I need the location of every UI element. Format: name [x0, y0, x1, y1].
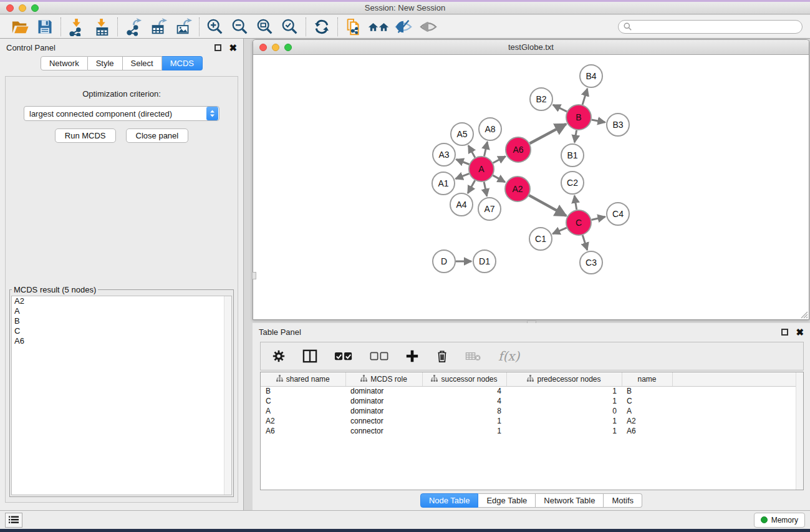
float-table-panel-icon[interactable] [781, 329, 788, 336]
hide-details-button[interactable] [391, 16, 416, 37]
float-panel-icon[interactable] [215, 44, 221, 51]
split-view-button[interactable] [302, 349, 317, 363]
network-canvas[interactable]: AA1A2A3A4A5A6A7A8BB1B2B3B4CC1C2C3C4DD1 [253, 56, 809, 319]
cell: A6 [622, 426, 672, 436]
select-all-rows-button[interactable] [334, 352, 353, 361]
table-settings-button[interactable] [272, 349, 286, 363]
memory-button[interactable]: Memory [754, 513, 805, 528]
edge-A-A8[interactable] [484, 142, 487, 157]
search-field[interactable] [618, 20, 803, 34]
import-table-button[interactable] [89, 16, 114, 37]
show-details-button[interactable] [416, 16, 441, 37]
delete-column-button[interactable] [436, 349, 448, 363]
edge-A-A5[interactable] [468, 145, 475, 157]
edge-C-C2[interactable] [574, 196, 577, 210]
tab-network[interactable]: Network [41, 56, 88, 70]
node-label-A2: A2 [512, 184, 523, 194]
tab-style[interactable]: Style [88, 56, 123, 70]
column-header-shared-name[interactable]: shared name [261, 372, 345, 386]
edge-A-A6[interactable] [493, 157, 506, 163]
column-header-successor-nodes[interactable]: successor nodes [422, 372, 506, 386]
edge-B-B2[interactable] [553, 105, 567, 112]
result-scrollbar[interactable] [224, 296, 231, 495]
zoom-selected-button[interactable] [277, 16, 302, 37]
edge-A-A4[interactable] [468, 180, 475, 193]
table-row[interactable]: A6connector11A6 [261, 426, 803, 436]
zoom-fit-button[interactable] [253, 16, 277, 37]
edge-A-A2[interactable] [493, 175, 504, 182]
edge-B-B4[interactable] [582, 89, 587, 105]
clone-network-icon [344, 17, 363, 36]
criterion-select[interactable]: largest connected component (directed) [24, 106, 219, 121]
result-item[interactable]: A6 [12, 336, 231, 346]
edge-A6-B[interactable] [530, 124, 566, 143]
zoom-in-button[interactable] [203, 16, 228, 37]
table-tab-motifs[interactable]: Motifs [604, 493, 642, 508]
edge-B-B1[interactable] [574, 130, 576, 143]
export-table-button[interactable] [146, 16, 171, 37]
search-input[interactable] [635, 22, 797, 31]
column-header-predecessor-nodes[interactable]: predecessor nodes [506, 372, 622, 386]
table-tab-edge-table[interactable]: Edge Table [478, 493, 536, 508]
export-image-button[interactable] [171, 16, 196, 37]
control-tabs: NetworkStyleSelectMCDS [0, 56, 243, 70]
delete-table-button[interactable] [465, 351, 481, 361]
cell: 1 [422, 426, 506, 436]
resize-grip-icon[interactable] [799, 310, 808, 319]
open-file-button[interactable] [7, 16, 32, 37]
column-header-name[interactable]: name [622, 372, 672, 386]
clone-network-button[interactable] [341, 16, 366, 37]
edge-A2-C[interactable] [529, 195, 566, 216]
tree-icon [527, 375, 534, 384]
column-header-MCDS-role[interactable]: MCDS role [345, 372, 422, 386]
result-item[interactable]: A [12, 306, 231, 316]
run-mcds-button[interactable]: Run MCDS [55, 128, 116, 143]
tree-icon [431, 375, 438, 384]
table-tab-node-table[interactable]: Node Table [420, 493, 479, 508]
cell: B [622, 386, 672, 396]
network-view-window: testGlobe.txt AA1A2A3A4A5A6A7A8BB1B2B3B4… [253, 39, 809, 320]
edge-A-A7[interactable] [484, 182, 487, 196]
home-layout-button[interactable] [366, 16, 391, 37]
edge-C-C1[interactable] [552, 228, 566, 234]
result-item[interactable]: C [12, 326, 231, 336]
edge-A-A3[interactable] [456, 160, 470, 165]
refresh-button[interactable] [309, 16, 334, 37]
table-row[interactable]: Cdominator41C [261, 396, 803, 406]
edge-C-C3[interactable] [582, 235, 587, 250]
edge-B-B3[interactable] [592, 120, 605, 122]
zoom-out-button[interactable] [228, 16, 253, 37]
window-edge-grip[interactable] [252, 272, 256, 279]
cell: A6 [261, 426, 345, 436]
node-table[interactable]: shared nameMCDS rolesuccessor nodesprede… [260, 372, 804, 490]
deselect-all-rows-button[interactable] [370, 352, 388, 361]
save-session-button[interactable] [32, 16, 57, 37]
table-tab-network-table[interactable]: Network Table [536, 493, 604, 508]
edge-A-A1[interactable] [456, 173, 470, 178]
mcds-result-list[interactable]: A2ABCA6 [11, 296, 232, 495]
table-row[interactable]: Bdominator41B [261, 386, 803, 396]
tab-mcds[interactable]: MCDS [162, 56, 203, 70]
table-row[interactable]: A2connector11A2 [261, 416, 803, 426]
edge-C-C4[interactable] [591, 217, 605, 220]
network-window-titlebar[interactable]: testGlobe.txt [253, 40, 809, 55]
close-panel-button[interactable]: Close panel [126, 128, 189, 143]
import-network-button[interactable] [64, 16, 89, 37]
refresh-icon [313, 18, 330, 36]
task-history-button[interactable] [5, 513, 22, 528]
close-panel-icon[interactable]: ✖ [229, 44, 237, 51]
function-builder-button[interactable]: f(x) [498, 349, 519, 364]
table-row[interactable]: Adominator80A [261, 406, 803, 416]
add-column-button[interactable] [405, 349, 419, 363]
result-item[interactable]: A2 [12, 296, 231, 306]
cell: C [261, 396, 345, 406]
toolbar-separator [117, 17, 118, 36]
tab-select[interactable]: Select [123, 56, 162, 70]
network-graph[interactable]: AA1A2A3A4A5A6A7A8BB1B2B3B4CC1C2C3C4DD1 [253, 56, 809, 319]
table-header-row[interactable]: shared nameMCDS rolesuccessor nodesprede… [261, 372, 803, 386]
export-table-icon [149, 17, 168, 36]
table-scrollbar[interactable] [796, 372, 803, 490]
close-table-panel-icon[interactable]: ✖ [796, 329, 804, 336]
result-item[interactable]: B [12, 316, 231, 326]
export-network-button[interactable] [121, 16, 146, 37]
